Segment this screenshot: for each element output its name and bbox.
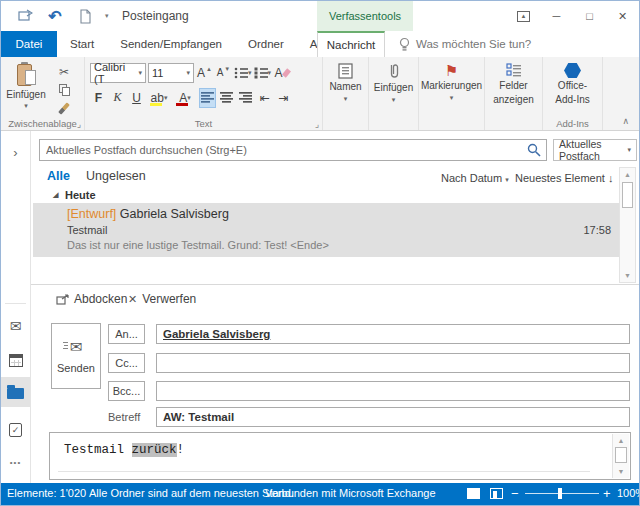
message-row[interactable]: [Entwurf] Gabriela Salvisberg Testmail 1… [33, 203, 619, 257]
cut-button[interactable]: ✂ [54, 64, 74, 80]
sort-by-label: Nach Datum [441, 172, 502, 184]
discard-button[interactable]: ✕ Verwerfen [128, 292, 196, 306]
search-button[interactable] [522, 143, 546, 157]
bcc-field[interactable] [156, 381, 630, 401]
align-right-button[interactable] [237, 88, 254, 108]
underline-button[interactable]: U [128, 88, 145, 108]
tags-button[interactable]: ⚑ Markierungen ▾ [421, 60, 482, 116]
show-fields-button[interactable]: Felder anzeigen [487, 60, 540, 116]
zoom-level[interactable]: 100% [617, 487, 640, 499]
font-name-combo[interactable]: Calibri (T ▾ [90, 63, 146, 83]
format-painter-button[interactable] [54, 100, 74, 116]
inline-compose-pane: Abdocken ✕ Verwerfen ✉ Senden An... Gabr… [31, 284, 639, 485]
zoom-slider-thumb[interactable] [558, 488, 562, 499]
document-button[interactable] [75, 6, 95, 26]
search-box[interactable] [39, 139, 547, 161]
search-input[interactable] [40, 144, 522, 156]
text-dialog-launcher-icon[interactable]: ⌟ [315, 119, 319, 129]
view-reading-button[interactable] [490, 488, 503, 499]
tab-datei[interactable]: Datei [1, 31, 57, 57]
body-scrollbar[interactable]: ▲ ▼ [612, 434, 629, 478]
attach-file-button[interactable]: Einfügen ▾ [371, 60, 416, 116]
align-left-button[interactable] [199, 88, 216, 108]
decrease-indent-button[interactable]: ⇤ [256, 88, 273, 108]
font-color-button[interactable]: A ▾ [173, 88, 197, 108]
highlight-colorbar [150, 103, 162, 106]
expand-folder-pane-button[interactable]: › [1, 137, 30, 167]
scroll-up-icon[interactable]: ▲ [620, 168, 635, 181]
paste-label: Einfügen [6, 89, 45, 100]
send-receive-icon [17, 9, 33, 23]
increase-indent-button[interactable]: ⇥ [275, 88, 292, 108]
align-center-button[interactable] [218, 88, 235, 108]
ribbon-display-options-button[interactable]: ▲ [507, 1, 540, 31]
nav-calendar-icon[interactable] [1, 345, 30, 375]
copy-button[interactable] [54, 82, 74, 98]
send-receive-button[interactable] [15, 6, 35, 26]
names-button[interactable]: Namen ▾ [325, 60, 366, 116]
scrollbar-thumb[interactable] [622, 182, 633, 208]
view-normal-button[interactable] [467, 488, 480, 499]
paste-button[interactable]: Einfügen ▾ [3, 60, 49, 116]
message-list-scrollbar[interactable]: ▲ ▼ [619, 167, 636, 283]
body-scroll-down-icon[interactable]: ▼ [613, 465, 629, 478]
zoom-out-button[interactable]: − [511, 486, 519, 501]
bold-button[interactable]: F [90, 88, 107, 108]
office-addins-button[interactable]: Office- Add-Ins [545, 60, 600, 116]
popout-button[interactable]: Abdocken [56, 292, 127, 306]
subject-input[interactable] [163, 411, 623, 423]
collapse-ribbon-button[interactable]: ∧ [622, 116, 629, 126]
tab-senden-empfangen[interactable]: Senden/Empfangen [107, 31, 235, 57]
numbering-button[interactable]: ▾ [254, 63, 272, 83]
tab-ordner[interactable]: Ordner [235, 31, 297, 57]
nav-tasks-icon[interactable]: ✓ [1, 415, 30, 445]
clear-formatting-button[interactable]: A [273, 63, 290, 83]
send-button[interactable]: ✉ Senden [51, 323, 101, 389]
cc-field[interactable] [156, 353, 630, 373]
close-button[interactable]: ✕ [606, 1, 639, 31]
cc-button[interactable]: Cc... [108, 353, 145, 373]
filter-unread[interactable]: Ungelesen [86, 169, 146, 183]
body-editor[interactable]: Testmail zurück! ▲ ▼ [49, 432, 631, 480]
filter-all[interactable]: Alle [47, 169, 70, 183]
zoom-slider[interactable] [525, 493, 599, 494]
scroll-down-icon[interactable]: ▼ [620, 269, 635, 282]
sort-by-dropdown[interactable]: Nach Datum ▾ [441, 172, 509, 184]
sort-order-label: Neuestes Element [515, 172, 605, 184]
body-scrollbar-thumb[interactable] [615, 447, 627, 463]
to-button[interactable]: An... [108, 324, 145, 344]
navigation-rail: › ✉ ✓ ••• [1, 131, 31, 485]
nav-more-icon[interactable]: ••• [1, 447, 30, 477]
contextual-tools-header[interactable]: Verfassentools [317, 1, 413, 31]
tell-me-box[interactable]: Was möchten Sie tun? [399, 31, 531, 57]
tab-start[interactable]: Start [57, 31, 107, 57]
bcc-button[interactable]: Bcc... [108, 381, 145, 401]
italic-button[interactable]: K [109, 88, 126, 108]
sort-order-button[interactable]: Neuestes Element ↓ [515, 172, 613, 184]
customize-qat-icon[interactable]: ▾ [105, 12, 109, 20]
bullets-button[interactable]: ▾ [234, 63, 252, 83]
filter-row: Alle Ungelesen Nach Datum ▾ Neuestes Ele… [31, 169, 639, 189]
format-painter-icon [58, 102, 70, 114]
bullets-icon [234, 67, 248, 79]
undo-button[interactable]: ↶ [45, 6, 65, 26]
subject-field[interactable] [156, 407, 630, 427]
search-scope-dropdown[interactable]: Aktuelles Postfach ▾ [553, 139, 637, 161]
minimize-button[interactable]: ─ [540, 1, 573, 31]
highlight-button[interactable]: ab ▾ [147, 88, 171, 108]
font-name-value: Calibri (T [94, 61, 138, 85]
status-item-count: Elemente: 1'020 [7, 487, 86, 499]
clipboard-dialog-launcher-icon[interactable]: ⌟ [77, 119, 81, 129]
maximize-button[interactable]: □ [573, 1, 606, 31]
window-controls: ▲ ─ □ ✕ [507, 1, 639, 31]
flag-icon: ⚑ [445, 63, 458, 78]
nav-mail-icon[interactable]: ✉ [1, 311, 30, 341]
tab-nachricht[interactable]: Nachricht [317, 31, 385, 57]
zoom-in-button[interactable]: + [603, 486, 611, 501]
shrink-font-button[interactable]: A▼ [215, 63, 232, 83]
nav-folders-icon[interactable] [1, 377, 30, 407]
font-size-combo[interactable]: 11 ▾ [148, 63, 194, 83]
to-field[interactable]: Gabriela Salvisberg [156, 324, 630, 344]
body-scroll-up-icon[interactable]: ▲ [613, 434, 629, 447]
grow-font-button[interactable]: A▲ [196, 63, 213, 83]
